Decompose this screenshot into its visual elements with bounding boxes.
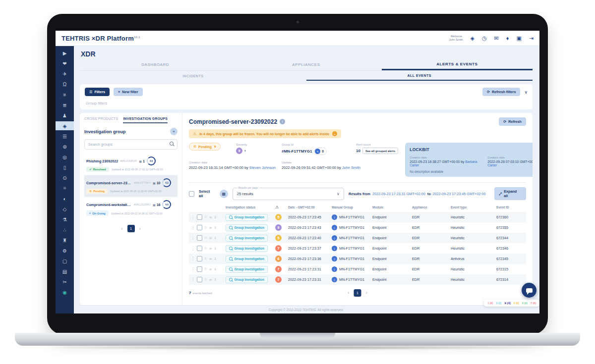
assign-icon[interactable]: ⇩ xyxy=(214,215,217,219)
link-icon[interactable]: ∞ xyxy=(209,236,212,240)
module-header[interactable]: Module xyxy=(372,206,412,209)
assign-icon[interactable]: ⇩ xyxy=(214,257,217,261)
play-circle-icon[interactable]: ▶ xyxy=(56,49,74,57)
bookmark-icon[interactable]: ⚐ xyxy=(204,215,207,219)
kebab-menu-icon[interactable]: ⋮ xyxy=(191,236,195,240)
health-icon[interactable]: ❤ xyxy=(56,59,74,68)
monitor-icon[interactable]: ▢ xyxy=(56,257,74,265)
row-checkbox[interactable] xyxy=(197,225,202,230)
target-icon[interactable]: ◎ xyxy=(56,153,74,161)
equalizer-icon[interactable]: ≡ xyxy=(56,90,74,99)
collapse-panel-button[interactable]: « xyxy=(170,128,178,135)
assign-icon[interactable]: ⇩ xyxy=(214,226,217,230)
kebab-menu-icon[interactable]: ⋮ xyxy=(191,225,195,230)
row-checkbox[interactable] xyxy=(197,277,202,282)
next-page-icon[interactable]: › xyxy=(366,290,367,295)
kebab-menu-icon[interactable]: ⋮ xyxy=(191,277,195,282)
current-page-button[interactable]: 1 xyxy=(127,225,135,232)
assign-icon[interactable]: ⇩ xyxy=(214,236,217,240)
shield-eye-icon[interactable]: ⊙ xyxy=(56,173,74,182)
table-row[interactable]: ⋮ ⚐ ∞ ⇩ Group I xyxy=(189,222,526,233)
status-dropdown[interactable]: ⚙ Pending ∨ xyxy=(189,143,221,151)
expand-all-button[interactable]: ⤢ Expand all xyxy=(494,187,526,200)
tab-dashboard[interactable]: DASHBOARD xyxy=(80,59,231,70)
filters-button[interactable]: ☰ Filters xyxy=(85,88,110,96)
kebab-menu-icon[interactable]: ⋮ xyxy=(191,257,195,261)
logout-icon[interactable]: ⇥ xyxy=(529,35,534,42)
bookmark-icon[interactable]: ⚐ xyxy=(204,247,207,251)
tab-appliances[interactable]: APPLIANCES xyxy=(231,59,381,70)
tab-all-events[interactable]: ALL EVENTS xyxy=(306,71,533,81)
group-id-copy-pill[interactable]: ✎ 0 xyxy=(314,148,327,155)
group-investigation-button[interactable]: Group Investigation xyxy=(226,214,268,221)
assign-icon[interactable]: ⇩ xyxy=(214,278,217,282)
support-headset-icon[interactable]: Ω xyxy=(56,80,74,89)
group-investigation-button[interactable]: Group Investigation xyxy=(226,266,268,273)
next-page-icon[interactable]: › xyxy=(139,226,141,231)
shield-icon[interactable]: ⊜ xyxy=(56,142,74,151)
assign-icon[interactable]: ⇩ xyxy=(214,267,217,271)
chevron-down-icon[interactable]: ∨ xyxy=(524,90,528,95)
link-icon[interactable]: ∞ xyxy=(209,226,212,229)
group-investigation-button[interactable]: Group Investigation xyxy=(226,276,268,283)
bookmark-icon[interactable]: ⚐ xyxy=(204,226,207,230)
disc-icon[interactable]: ◐ xyxy=(56,194,74,203)
current-page-button[interactable]: 1 xyxy=(354,289,361,297)
new-filter-button[interactable]: + New filter xyxy=(114,88,143,96)
group-investigation-button[interactable]: Group Investigation xyxy=(226,245,268,252)
settings-gear-icon[interactable]: ⚙ xyxy=(56,246,74,255)
group-list-item[interactable]: Phishing 23092022 #MN-F0NP2P0T ▦ 1 4.6 xyxy=(84,154,178,175)
results-per-page-select[interactable]: Results per page 25 results ∨ xyxy=(233,188,344,200)
row-checkbox[interactable] xyxy=(197,235,202,241)
tab-alerts-events[interactable]: ALERTS & EVENTS xyxy=(382,59,533,70)
scan-icon[interactable]: ◉ xyxy=(56,288,74,297)
row-checkbox[interactable] xyxy=(197,246,202,251)
select-all-checkbox[interactable] xyxy=(189,191,194,197)
table-row[interactable]: ⋮ ⚐ ∞ ⇩ Group I xyxy=(189,212,526,222)
chat-fab-button[interactable] xyxy=(522,283,536,298)
date-header[interactable]: Date - GMT+02:00 xyxy=(288,206,332,209)
see-all-grouped-alerts-button[interactable]: See all grouped alerts xyxy=(362,148,398,154)
tab-incidents[interactable]: INCIDENTS xyxy=(80,71,306,81)
prev-page-icon[interactable]: ‹ xyxy=(121,226,123,231)
tools-icon[interactable]: ✂ xyxy=(56,277,74,286)
table-row[interactable]: ⋮ ⚐ ∞ ⇩ Group I xyxy=(189,274,526,285)
table-row[interactable]: ⋮ ⚐ ∞ ⇩ Group I xyxy=(189,243,526,254)
link-icon[interactable]: ∞ xyxy=(209,278,212,281)
chevron-right-icon[interactable]: › xyxy=(244,149,246,153)
clock-icon[interactable]: ◷ xyxy=(482,35,487,42)
column-settings-icon[interactable]: ▦ xyxy=(220,190,228,198)
robot-icon[interactable]: ♜ xyxy=(56,236,74,245)
group-list-item[interactable]: Compromised-workstation-2309... #MN-2S2I… xyxy=(84,197,178,219)
refresh-button[interactable]: ⟳ Refresh xyxy=(499,117,526,126)
link-icon[interactable]: ∞ xyxy=(209,257,212,260)
network-icon[interactable]: ∴ xyxy=(56,225,74,234)
tab-cross-products[interactable]: CROSS PRODUCTS xyxy=(84,117,118,123)
appliance-header[interactable]: Appliance xyxy=(412,206,451,209)
group-list-item[interactable]: Compromised-server-23092022 #MN-F1TTMYG1… xyxy=(84,175,178,197)
report-icon[interactable]: ▤ xyxy=(56,267,74,276)
bookmark-icon[interactable]: ⚐ xyxy=(204,236,207,240)
group-investigation-button[interactable]: Group Investigation xyxy=(226,256,268,262)
modules-icon[interactable]: ◇ xyxy=(56,205,74,213)
row-checkbox[interactable] xyxy=(197,256,202,261)
assign-icon[interactable]: ⇩ xyxy=(214,247,217,251)
kebab-menu-icon[interactable]: ⋮ xyxy=(191,215,195,219)
group-investigation-button[interactable]: Group Investigation xyxy=(226,235,268,242)
kebab-menu-icon[interactable]: ⋮ xyxy=(191,246,195,251)
bookmark-icon[interactable]: ⚐ xyxy=(204,278,207,282)
investigation-status-header[interactable]: Investigation status xyxy=(226,206,275,209)
equalizer-alt-icon[interactable]: ≣ xyxy=(56,101,74,109)
drone-icon[interactable]: ✈ xyxy=(56,69,74,78)
kebab-menu-icon[interactable]: ⋮ xyxy=(191,267,195,271)
mobile-icon[interactable]: ▯ xyxy=(56,163,74,172)
prev-page-icon[interactable]: ‹ xyxy=(348,290,350,295)
severity-header-icon[interactable]: ⚠ xyxy=(275,205,288,209)
dismiss-warning-icon[interactable]: – xyxy=(332,131,337,136)
team-icon[interactable]: ♟ xyxy=(56,111,74,120)
event-type-header[interactable]: Event type xyxy=(451,206,496,209)
grid-icon[interactable]: ⌗ xyxy=(56,184,74,193)
link-icon[interactable]: ∞ xyxy=(209,247,212,250)
tehtris-logo-icon[interactable]: ◈ xyxy=(470,35,474,42)
group-search-input[interactable] xyxy=(84,139,178,150)
